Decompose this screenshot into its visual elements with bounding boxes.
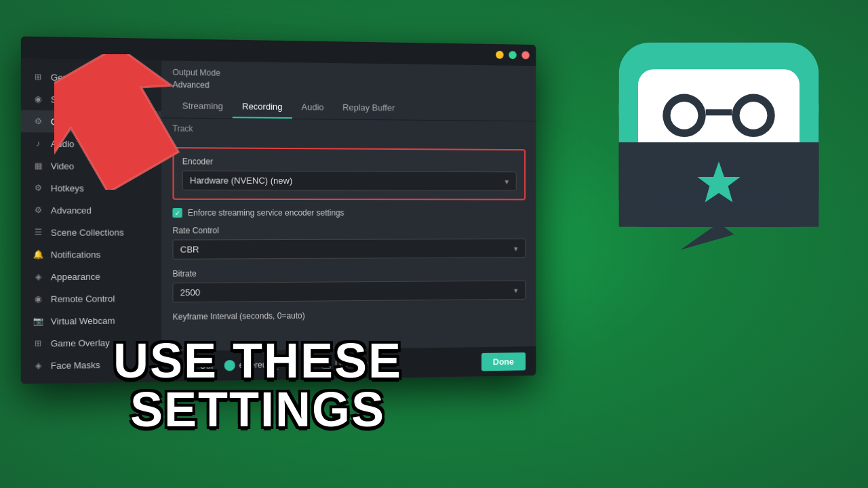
svg-point-7 xyxy=(671,102,698,129)
output-mode-label: Output Mode xyxy=(172,68,526,82)
sidebar-item-remote-control[interactable]: ◉ Remote Control xyxy=(21,287,161,310)
advanced-icon: ⚙ xyxy=(33,205,44,216)
minimize-button[interactable] xyxy=(496,51,503,59)
enforce-checkbox-row: Enforce streaming service encoder settin… xyxy=(172,208,526,218)
bitrate-select[interactable]: 2500 xyxy=(172,281,526,303)
keyframe-label: Keyframe Interval (seconds, 0=auto) xyxy=(172,309,526,322)
rate-control-select[interactable]: CBR xyxy=(172,239,526,260)
encoder-select-wrapper: Hardware (NVENC) (new) xyxy=(182,170,517,190)
svg-rect-10 xyxy=(706,109,732,115)
bitrate-section: Bitrate 2500 xyxy=(172,267,526,302)
bottom-text: USE THESE SETTINGS xyxy=(0,336,515,434)
rate-control-section: Rate Control CBR xyxy=(172,225,526,259)
audio-icon: ♪ xyxy=(33,138,44,148)
sidebar-item-output[interactable]: ⚙ Output xyxy=(21,110,161,133)
sidebar-item-video[interactable]: ▦ Video xyxy=(21,155,161,177)
close-button[interactable] xyxy=(521,51,529,59)
sidebar-item-appearance[interactable]: ◈ Appearance xyxy=(21,265,161,288)
tab-recording[interactable]: Recording xyxy=(233,96,292,119)
hotkeys-icon: ⚙ xyxy=(33,182,44,193)
sidebar-item-audio[interactable]: ♪ Audio xyxy=(21,132,161,155)
sidebar-item-advanced[interactable]: ⚙ Advanced xyxy=(21,199,161,222)
tab-streaming[interactable]: Streaming xyxy=(172,95,233,118)
encoder-label: Encoder xyxy=(182,157,517,167)
settings-content: Encoder Hardware (NVENC) (new) Enforce s… xyxy=(161,136,536,352)
maximize-button[interactable] xyxy=(509,51,516,59)
streamlabs-logo xyxy=(604,27,834,258)
stream-icon: ◉ xyxy=(33,94,44,105)
output-icon: ⚙ xyxy=(33,116,44,127)
virtual-webcam-icon: 📷 xyxy=(33,316,44,327)
general-icon: ⊞ xyxy=(33,71,44,83)
scene-collections-icon: ☰ xyxy=(33,227,44,238)
sidebar-item-stream[interactable]: ◉ Stream xyxy=(21,88,161,112)
output-mode-bar: Output Mode Advanced xyxy=(161,60,536,99)
bitrate-select-wrapper: 2500 xyxy=(172,281,526,303)
tab-audio[interactable]: Audio xyxy=(292,96,333,119)
enforce-checkbox[interactable] xyxy=(172,208,182,218)
sidebar-item-notifications[interactable]: 🔔 Notifications xyxy=(21,243,161,266)
keyframe-section: Keyframe Interval (seconds, 0=auto) xyxy=(172,309,526,322)
window-frame: ⊞ General ◉ Stream ⚙ Output ♪ Audio ▦ xyxy=(21,37,536,384)
notifications-icon: 🔔 xyxy=(33,249,44,260)
appearance-icon: ◈ xyxy=(33,271,44,282)
bitrate-label: Bitrate xyxy=(172,267,526,279)
svg-rect-12 xyxy=(619,196,819,226)
sidebar-item-hotkeys[interactable]: ⚙ Hotkeys xyxy=(21,177,161,199)
video-icon: ▦ xyxy=(33,160,44,171)
rate-control-label: Rate Control xyxy=(172,225,526,235)
sidebar-item-virtual-webcam[interactable]: 📷 Virtual Webcam xyxy=(21,309,161,333)
tab-replay-buffer[interactable]: Replay Buffer xyxy=(333,97,404,120)
tabs-bar: Streaming Recording Audio Replay Buffer xyxy=(161,95,536,121)
svg-marker-13 xyxy=(680,223,734,250)
sidebar-item-general[interactable]: ⊞ General xyxy=(21,66,161,89)
settings-window: ⊞ General ◉ Stream ⚙ Output ♪ Audio ▦ xyxy=(21,37,536,384)
encoder-section: Encoder Hardware (NVENC) (new) xyxy=(172,147,526,200)
track-label: Track xyxy=(161,118,536,138)
enforce-label: Enforce streaming service encoder settin… xyxy=(188,208,344,218)
svg-point-9 xyxy=(740,102,768,129)
rate-control-select-wrapper: CBR xyxy=(172,239,526,260)
encoder-select[interactable]: Hardware (NVENC) (new) xyxy=(182,170,517,190)
remote-control-icon: ◉ xyxy=(33,293,44,305)
streamlabs-logo-svg xyxy=(604,27,834,258)
sidebar-item-scene-collections[interactable]: ☰ Scene Collections xyxy=(21,221,161,243)
output-mode-value: Advanced xyxy=(172,80,526,94)
